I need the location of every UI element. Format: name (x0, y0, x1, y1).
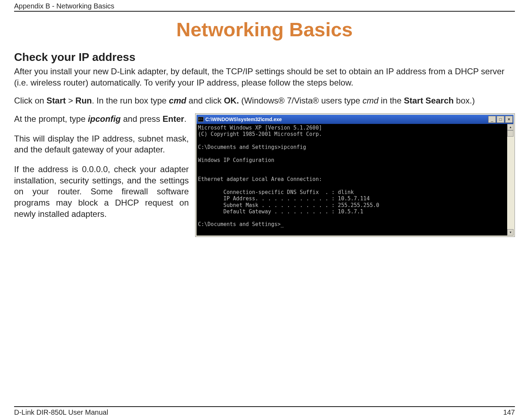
left-para-1: At the prompt, type ipconfig and press E… (14, 113, 189, 125)
cmd-prompt-icon: C:\ (198, 117, 204, 122)
intro-paragraph-1: After you install your new D-Link adapte… (14, 66, 515, 88)
text-fragment: and press (121, 114, 163, 124)
minimize-button[interactable]: _ (488, 116, 496, 123)
text-fragment: > (66, 96, 75, 105)
text-fragment: in the (379, 96, 404, 105)
text-fragment: (Windows® 7/Vista® users type (239, 96, 362, 105)
text-fragment: Click on (14, 96, 46, 105)
footer-page-number: 147 (503, 408, 515, 416)
scroll-down-button[interactable]: ▾ (507, 229, 514, 236)
text-fragment: . (184, 114, 187, 124)
left-para-2: This will display the IP address, subnet… (14, 133, 189, 155)
intro-paragraph-2: Click on Start > Run. In the run box typ… (14, 95, 515, 106)
text-run-bold: Run (75, 96, 92, 105)
text-ok-bold: OK. (224, 96, 239, 105)
scroll-thumb[interactable] (507, 130, 514, 137)
scroll-up-button[interactable]: ▴ (507, 124, 514, 130)
section-heading: Check your IP address (14, 51, 515, 64)
cmd-titlebar[interactable]: C:\ C:\WINDOWS\system32\cmd.exe _ □ × (197, 115, 514, 124)
footer: D-Link DIR-850L User Manual 147 (14, 406, 515, 416)
maximize-button[interactable]: □ (497, 116, 504, 123)
text-start-bold: Start (46, 96, 66, 105)
left-column: At the prompt, type ipconfig and press E… (14, 113, 189, 228)
cmd-window-title: C:\WINDOWS\system32\cmd.exe (205, 117, 487, 122)
page-title: Networking Basics (14, 18, 515, 41)
text-fragment: and click (186, 96, 224, 105)
text-enter-bold: Enter (163, 114, 184, 124)
text-startsearch-bold: Start Search (404, 96, 454, 105)
footer-manual-name: D-Link DIR-850L User Manual (14, 408, 108, 416)
text-cmd-bolditalic: cmd (169, 96, 186, 105)
text-cmd-italic: cmd (362, 96, 378, 105)
cmd-scrollbar[interactable]: ▴ ▾ (507, 124, 514, 236)
close-button[interactable]: × (505, 116, 513, 123)
header-appendix: Appendix B - Networking Basics (14, 0, 515, 12)
text-fragment: . In the run box type (92, 96, 169, 105)
cmd-window: C:\ C:\WINDOWS\system32\cmd.exe _ □ × Mi… (195, 113, 515, 237)
left-para-3: If the address is 0.0.0.0, check your ad… (14, 164, 189, 219)
two-column-layout: At the prompt, type ipconfig and press E… (14, 113, 515, 237)
text-ipconfig-bolditalic: ipconfig (88, 114, 120, 124)
cmd-output[interactable]: Microsoft Windows XP [Version 5.1.2600] … (197, 124, 507, 236)
scroll-track[interactable] (507, 137, 514, 229)
text-fragment: At the prompt, type (14, 114, 88, 124)
text-fragment: box.) (454, 96, 475, 105)
cmd-body-wrap: Microsoft Windows XP [Version 5.1.2600] … (197, 124, 514, 236)
